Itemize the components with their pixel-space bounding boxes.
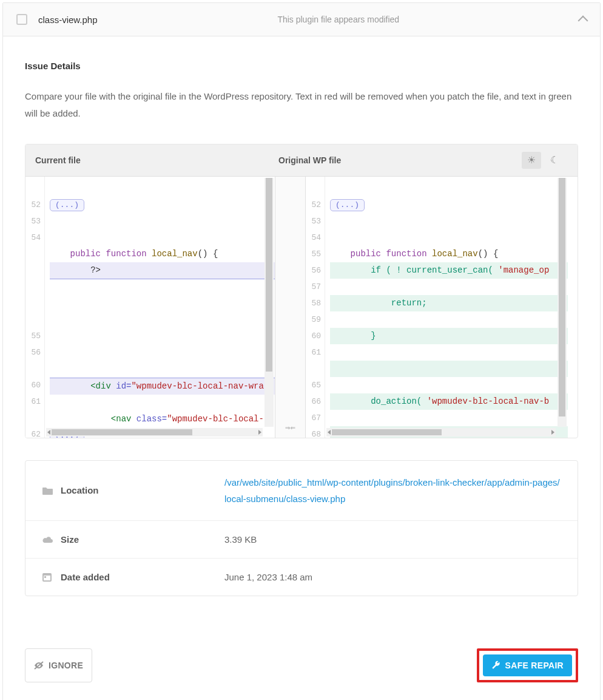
file-name: class-view.php <box>38 15 98 25</box>
file-details-table: Location /var/web/site/public_html/wp-co… <box>25 460 578 596</box>
issue-details-heading: Issue Details <box>25 61 578 71</box>
left-code: (...) public function local_nav() { ?> <… <box>45 177 275 438</box>
left-hscroll[interactable] <box>46 428 263 437</box>
detail-value: June 1, 2023 1:48 am <box>224 572 561 582</box>
detail-label: Location <box>61 485 224 495</box>
detail-label: Date added <box>61 572 224 582</box>
issue-description: Compare your file with the original file… <box>25 88 578 122</box>
accordion-header[interactable]: class-view.php This plugin file appears … <box>3 3 600 36</box>
diff-viewer: Current file Original WP file ☀ ☾ 52 53 … <box>25 144 578 438</box>
left-vscroll[interactable] <box>264 178 274 427</box>
diff-left-title: Current file <box>35 155 278 165</box>
detail-row-date: Date added June 1, 2023 1:48 am <box>25 559 578 596</box>
fold-marker[interactable]: (...) <box>330 199 365 211</box>
detail-row-size: Size 3.39 KB <box>25 521 578 559</box>
right-gutter: 52 53 54 55 56 57 58 59 60 61 65 66 67 6… <box>306 177 325 438</box>
diff-mid-controls[interactable]: ⇒⇐ <box>275 177 306 438</box>
svg-rect-2 <box>44 576 46 578</box>
chevron-up-icon[interactable] <box>578 16 588 26</box>
right-vscroll[interactable] <box>558 178 567 427</box>
right-hscroll[interactable] <box>326 428 556 437</box>
folder-icon <box>42 486 61 495</box>
left-gutter: 52 53 54 55 56 60 61 62 <box>25 177 45 438</box>
detail-row-location: Location /var/web/site/public_html/wp-co… <box>25 461 578 521</box>
file-checkbox[interactable] <box>16 14 27 25</box>
eye-off-icon <box>34 661 44 670</box>
diff-left-pane[interactable]: 52 53 54 55 56 60 61 62 (...) public fun… <box>25 177 275 438</box>
wrench-icon <box>491 661 500 670</box>
safe-repair-button[interactable]: SAFE REPAIR <box>483 654 572 676</box>
calendar-icon <box>42 573 61 582</box>
repair-label: SAFE REPAIR <box>505 661 564 670</box>
fold-marker[interactable]: (...) <box>50 199 84 211</box>
detail-value: 3.39 KB <box>224 534 561 545</box>
diff-right-title: Original WP file <box>278 155 522 165</box>
ignore-button[interactable]: IGNORE <box>25 648 92 682</box>
detail-label: Size <box>61 534 224 545</box>
light-theme-icon[interactable]: ☀ <box>522 152 541 169</box>
cloud-icon <box>42 535 61 543</box>
dark-theme-icon[interactable]: ☾ <box>545 152 564 169</box>
file-status-note: This plugin file appears modified <box>98 15 579 24</box>
callout-box: SAFE REPAIR <box>477 648 578 682</box>
ignore-label: IGNORE <box>49 661 83 670</box>
file-location-link[interactable]: /var/web/site/public_html/wp-content/plu… <box>224 477 560 504</box>
diff-right-pane[interactable]: 52 53 54 55 56 57 58 59 60 61 65 66 67 6… <box>306 177 568 438</box>
right-code: (...) public function local_nav() { if (… <box>325 177 568 438</box>
